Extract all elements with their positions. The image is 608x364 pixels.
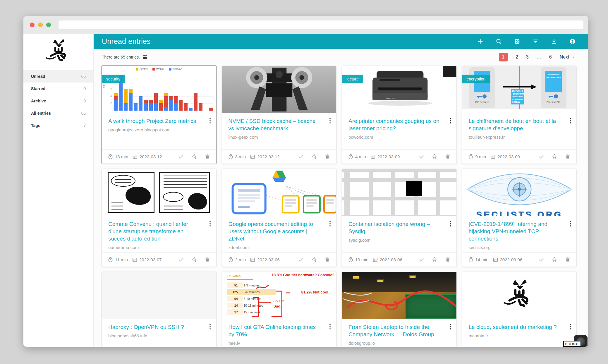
mark-read-icon[interactable] xyxy=(418,154,424,159)
entry-title-link[interactable]: A walk through Project Zero metrics xyxy=(108,117,210,125)
key-icon xyxy=(477,94,487,99)
entry-card: Clé secrète AB12#D91S Fga@Csdfds GDds01D… xyxy=(462,66,577,164)
search-icon[interactable] xyxy=(495,38,502,45)
add-entry-icon[interactable] xyxy=(477,38,484,45)
thumbnail-ssd-robot-photo[interactable] xyxy=(222,66,336,113)
thumbnail-wallabag-logo[interactable] xyxy=(462,272,577,319)
delete-icon[interactable] xyxy=(565,257,571,262)
vim-mode-indicator: normal xyxy=(563,341,581,347)
mark-read-icon[interactable] xyxy=(298,154,304,159)
page-button-2[interactable]: 2 xyxy=(516,54,518,60)
thumbnail-container-grid[interactable] xyxy=(342,169,456,216)
export-download-icon[interactable] xyxy=(551,38,557,45)
next-page-button[interactable]: Next → xyxy=(560,54,575,60)
page-button-1[interactable]: 1 xyxy=(499,53,508,61)
kebab-menu-icon[interactable] xyxy=(209,118,211,124)
delete-icon[interactable] xyxy=(205,154,210,159)
sidebar-item-unread[interactable]: Unread65 xyxy=(23,70,93,83)
thumbnail-bugs-bar-chart[interactable]: FirefoxWebkitChrome # of bugs 8 6 4 2 se… xyxy=(102,66,216,113)
thumbnail-blank[interactable] xyxy=(102,272,216,319)
mark-read-icon[interactable] xyxy=(298,257,304,262)
star-icon[interactable] xyxy=(432,154,437,159)
entry-domain: sysdig.com xyxy=(348,238,450,243)
tag-badge[interactable]: encryption xyxy=(462,75,490,83)
entry-title-link[interactable]: Haproxy : OpenVPN ou SSH ? xyxy=(108,323,210,331)
thumbnail-wireframe-eye[interactable]: SECLISTS.ORG xyxy=(462,169,577,216)
entry-title-link[interactable]: Le chiffrement de bout en bout et la sig… xyxy=(469,117,570,132)
address-bar[interactable] xyxy=(59,20,583,29)
minimize-window-button[interactable] xyxy=(38,23,43,27)
kebab-menu-icon[interactable] xyxy=(449,324,451,330)
kebab-menu-icon[interactable] xyxy=(569,118,571,124)
entry-title-link[interactable]: How I cut GTA Online loading times by 70… xyxy=(229,323,330,338)
delete-icon[interactable] xyxy=(205,257,210,262)
sidebar-item-all-entries[interactable]: All entries65 xyxy=(23,107,93,119)
page-button-3[interactable]: 3 xyxy=(526,54,529,60)
kebab-menu-icon[interactable] xyxy=(209,324,211,330)
thumbnail-printer-photo[interactable]: brother lecture xyxy=(342,66,456,113)
date-icon xyxy=(250,257,255,262)
delete-icon[interactable] xyxy=(445,257,451,262)
account-icon[interactable] xyxy=(569,38,576,45)
page-button-…: … xyxy=(537,54,541,60)
entry-title-link[interactable]: Are printer companies gouging us on lase… xyxy=(348,117,450,132)
star-icon[interactable] xyxy=(191,257,197,262)
mark-read-icon[interactable] xyxy=(418,257,424,262)
delete-icon[interactable] xyxy=(565,154,571,159)
reading-time-icon xyxy=(468,154,474,159)
star-icon[interactable] xyxy=(311,154,317,159)
kebab-menu-icon[interactable] xyxy=(209,221,211,227)
delete-icon[interactable] xyxy=(324,257,330,262)
star-icon[interactable] xyxy=(552,154,557,159)
maximize-window-button[interactable] xyxy=(46,23,51,27)
delete-icon[interactable] xyxy=(324,154,330,159)
entry-title-link[interactable]: Comme Convenu : quand l'enfer d'une star… xyxy=(108,220,210,242)
mark-read-icon[interactable] xyxy=(538,154,544,159)
tag-badge[interactable]: security xyxy=(102,75,125,83)
kebab-menu-icon[interactable] xyxy=(569,324,571,330)
reading-time: 13 min xyxy=(115,154,128,159)
entry-title-link[interactable]: [CVE-2019-14899] Inferring and hijacking… xyxy=(469,220,570,242)
star-icon[interactable] xyxy=(311,257,317,262)
page-button-6[interactable]: 6 xyxy=(549,54,552,60)
entry-card: SECLISTS.ORG [CVE-2019-14899] Inferring … xyxy=(462,169,577,267)
entry-title-link[interactable]: From Stolen Laptop to Inside the Company… xyxy=(348,323,450,338)
date-icon xyxy=(493,257,498,262)
tag-badge[interactable]: lecture xyxy=(342,75,363,83)
entry-title-link[interactable]: NVME / SSD block cache – bcache vs lvmca… xyxy=(229,117,330,132)
close-window-button[interactable] xyxy=(30,23,35,27)
kebab-menu-icon[interactable] xyxy=(329,221,331,227)
filter-icon[interactable] xyxy=(532,38,539,45)
sidebar-item-tags[interactable]: Tags7 xyxy=(23,119,93,132)
entry-domain: zdnet.com xyxy=(229,245,330,250)
entry-title-link[interactable]: Container isolation gone wrong – Sysdig xyxy=(348,220,450,235)
thumbnail-comic[interactable] xyxy=(102,169,216,216)
mark-read-icon[interactable] xyxy=(538,257,544,262)
kebab-menu-icon[interactable] xyxy=(569,221,571,227)
star-icon[interactable] xyxy=(191,154,197,159)
star-icon[interactable] xyxy=(432,257,437,262)
mark-read-icon[interactable] xyxy=(178,257,184,262)
entry-card: Haproxy : OpenVPN ou SSH ? blog.seboss66… xyxy=(102,272,216,347)
delete-icon[interactable] xyxy=(445,154,451,159)
sidebar-item-archive[interactable]: Archive0 xyxy=(23,95,93,107)
thumbnail-google-docs[interactable] xyxy=(222,169,336,216)
sidebar-nav: Unread65Starred0Archive0All entries65Tag… xyxy=(23,70,93,132)
random-entry-icon[interactable] xyxy=(514,38,521,45)
kebab-menu-icon[interactable] xyxy=(449,118,451,124)
entry-domain: googleprojectzero.blogspot.com xyxy=(108,127,210,132)
wallabag-logo[interactable] xyxy=(23,34,93,70)
list-view-icon[interactable] xyxy=(142,54,148,60)
thumbnail-encryption-diagram[interactable]: Clé secrète AB12#D91S Fga@Csdfds GDds01D… xyxy=(462,66,577,113)
thumbnail-electronics-photo[interactable] xyxy=(342,272,456,319)
thumbnail-gta-poll[interactable]: 271 votes 511-3 minutes1253-6 minutes646… xyxy=(222,272,336,319)
star-icon[interactable] xyxy=(552,257,557,262)
entry-title-link[interactable]: Google opens document editing to users w… xyxy=(229,220,330,242)
mark-read-icon[interactable] xyxy=(178,154,184,159)
kebab-menu-icon[interactable] xyxy=(449,221,451,227)
entry-title-link[interactable]: Le cloud, seulement du marketing ? xyxy=(469,323,570,331)
kebab-menu-icon[interactable] xyxy=(329,324,331,330)
browser-window: Unread65Starred0Archive0All entries65Tag… xyxy=(23,16,588,347)
sidebar-item-starred[interactable]: Starred0 xyxy=(23,83,93,95)
kebab-menu-icon[interactable] xyxy=(329,118,331,124)
